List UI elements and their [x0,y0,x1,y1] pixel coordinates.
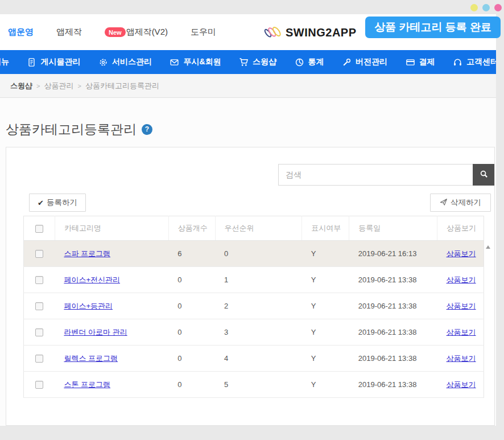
priority-cell: 1 [215,267,302,293]
visible-cell: Y [302,241,349,267]
category-complete-callout: 상품 카테고리 등록 완료 [365,17,501,38]
document-icon [27,57,36,67]
register-button[interactable]: ✔ 등록하기 [29,194,86,212]
priority-cell: 0 [215,241,302,267]
window-dot-blue[interactable] [482,4,490,11]
row-checkbox[interactable] [35,250,43,258]
priority-cell: 2 [215,293,302,319]
row-checkbox[interactable] [35,276,43,284]
page-scrollbar-track[interactable] [496,14,504,426]
headset-icon [453,57,462,67]
breadcrumb: 스윙샵>상품관리>상품카테고리등록관리 [0,74,496,98]
row-checkbox[interactable] [35,381,43,389]
nav-helper[interactable]: 도우미 [191,27,216,38]
breadcrumb-item-0[interactable]: 스윙샵 [10,81,32,90]
view-products-cell: 상품보기 [437,346,484,372]
scrollbar-up-arrow[interactable] [486,245,490,249]
window-dots [470,4,502,11]
breadcrumb-item-1[interactable]: 상품관리 [44,81,73,90]
view-products-link[interactable]: 상품보기 [447,302,476,310]
col-registered-date: 등록일 [349,216,437,241]
view-products-link[interactable]: 상품보기 [447,380,476,389]
wrench-icon [342,57,352,67]
category-link[interactable]: 라벤더 아로마 관리 [64,328,127,336]
breadcrumb-item-2[interactable]: 상품카테고리등록관리 [85,81,159,90]
category-link[interactable]: 스파 프로그램 [64,249,110,258]
menubar-item-label: 메뉴 [0,57,9,67]
nav-app-make-v2[interactable]: New 앱제작(V2) [105,27,168,38]
view-products-link[interactable]: 상품보기 [447,328,476,336]
table-row: 스파 프로그램60Y2019-06-21 16:13상품보기 [24,241,484,267]
search-icon [480,170,488,180]
nav-app-operation[interactable]: 앱운영 [8,27,34,38]
search-button[interactable] [473,164,494,186]
col-priority: 우선순위 [215,216,302,241]
menubar-item-label: 스윙샵 [253,57,276,67]
select-all-checkbox[interactable] [35,225,43,233]
row-checkbox[interactable] [35,328,43,336]
menubar-item-support[interactable]: 고객센터 [453,57,496,67]
registered-date-cell: 2019-06-21 13:38 [349,372,437,398]
clock-chart-icon [295,57,304,67]
menubar-item-posts[interactable]: 게시물관리 [27,57,80,67]
search-input[interactable] [278,164,473,186]
menubar-item-service[interactable]: 서비스관리 [98,57,152,67]
menubar-item-label: 푸시&회원 [183,57,221,67]
window-dot-pink[interactable] [494,4,502,11]
col-visible: 표시여부 [302,216,349,241]
window-dot-yellow[interactable] [470,4,478,11]
priority-cell: 4 [215,346,302,372]
menubar-items: 메뉴게시물관리서비스관리푸시&회원스윙샵통계버전관리결제고객센터 [0,50,496,74]
view-products-cell: 상품보기 [437,319,484,346]
help-icon[interactable]: ? [142,124,152,135]
view-products-link[interactable]: 상품보기 [447,249,476,258]
category-link[interactable]: 스톤 프로그램 [64,380,110,389]
delete-button[interactable]: 삭제하기 [430,194,491,212]
menubar-item-label: 서비스관리 [112,57,152,67]
registered-date-cell: 2019-06-21 13:38 [349,293,437,319]
breadcrumb-separator: > [77,83,81,89]
menubar-item-payment[interactable]: 결제 [406,57,435,67]
menubar-item-menu[interactable]: 메뉴 [0,57,9,67]
credit-card-icon [406,57,415,67]
menubar-item-stats[interactable]: 통계 [295,57,324,67]
category-cell: 스파 프로그램 [55,241,168,267]
category-link[interactable]: 릴렉스 프로그램 [64,354,118,363]
category-cell: 페이스+등관리 [55,293,168,319]
visible-cell: Y [302,293,349,319]
row-checkbox[interactable] [35,355,43,363]
category-cell: 페이스+전신관리 [55,267,168,293]
cart-icon [239,57,249,67]
category-cell: 라벤더 아로마 관리 [55,319,168,346]
menubar-item-label: 게시물관리 [40,57,80,67]
window-bottom-bar [0,426,504,440]
menubar-item-version[interactable]: 버전관리 [342,57,387,67]
gear-icon [98,57,108,67]
nav-app-make[interactable]: 앱제작 [56,27,82,38]
view-products-link[interactable]: 상품보기 [447,275,476,284]
view-products-cell: 상품보기 [437,267,484,293]
menubar-item-push-member[interactable]: 푸시&회원 [170,57,221,67]
visible-cell: Y [302,372,349,398]
nav-app-make-v2-label: 앱제작(V2) [126,27,168,38]
category-table-body: 스파 프로그램60Y2019-06-21 16:13상품보기페이스+전신관리01… [24,241,484,398]
table-row: 릴렉스 프로그램04Y2019-06-21 13:38상품보기 [24,346,484,372]
logo-text: SWING2APP [286,26,357,39]
category-table: 카테고리명 상품개수 우선순위 표시여부 등록일 상품보기 스파 프로그램60Y… [23,216,484,398]
row-checkbox[interactable] [35,302,43,310]
table-row: 스톤 프로그램05Y2019-06-21 13:38상품보기 [24,372,484,398]
category-link[interactable]: 페이스+전신관리 [64,275,120,284]
priority-cell: 5 [215,372,302,398]
mail-icon [170,57,179,67]
visible-cell: Y [302,319,349,346]
table-row: 페이스+전신관리01Y2019-06-21 13:38상품보기 [24,267,484,293]
view-products-link[interactable]: 상품보기 [447,354,476,363]
category-link[interactable]: 페이스+등관리 [64,302,113,310]
logo[interactable]: SWING2APP [263,24,357,42]
menubar-item-swingshop[interactable]: 스윙샵 [239,57,276,67]
check-icon: ✔ [38,199,44,207]
visible-cell: Y [302,346,349,372]
table-header-row: 카테고리명 상품개수 우선순위 표시여부 등록일 상품보기 [24,216,484,241]
category-cell: 스톤 프로그램 [55,372,168,398]
main-content: 상품카테고리등록관리 ? ✔ 등록하기 [0,98,496,426]
